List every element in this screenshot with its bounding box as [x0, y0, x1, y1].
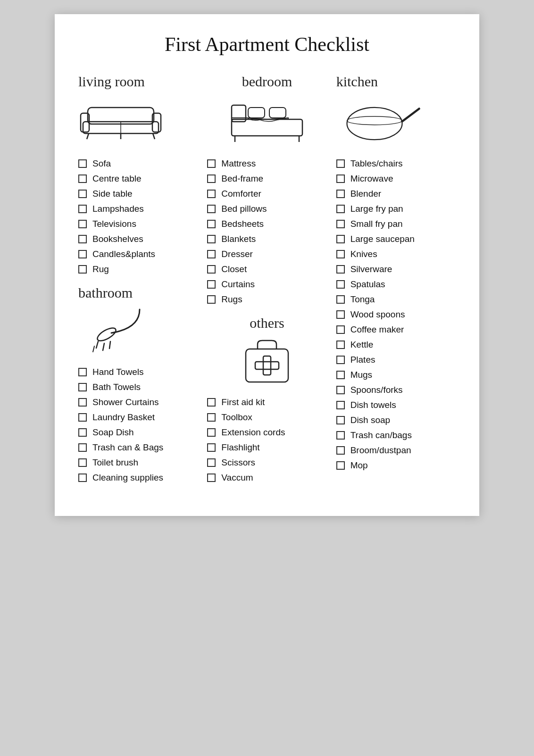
- list-item[interactable]: Bed-frame: [207, 174, 326, 184]
- checkbox[interactable]: [336, 401, 345, 409]
- list-item[interactable]: Comforter: [207, 189, 326, 199]
- checkbox[interactable]: [336, 205, 345, 213]
- list-item[interactable]: Mugs: [336, 370, 456, 380]
- list-item[interactable]: Bath Towels: [78, 382, 198, 392]
- list-item[interactable]: Curtains: [207, 279, 326, 290]
- list-item[interactable]: Knives: [336, 249, 456, 259]
- checkbox[interactable]: [207, 295, 216, 304]
- list-item[interactable]: Bedsheets: [207, 219, 326, 229]
- checkbox[interactable]: [78, 174, 87, 183]
- list-item[interactable]: Shower Curtains: [78, 397, 198, 407]
- checkbox[interactable]: [78, 265, 87, 274]
- list-item[interactable]: Microwave: [336, 174, 456, 184]
- checkbox[interactable]: [207, 159, 216, 168]
- checkbox[interactable]: [336, 431, 345, 440]
- list-item[interactable]: Closet: [207, 264, 326, 274]
- checkbox[interactable]: [336, 250, 345, 258]
- checkbox[interactable]: [78, 250, 87, 258]
- list-item[interactable]: Flashlight: [207, 442, 326, 453]
- checkbox[interactable]: [207, 398, 216, 407]
- checkbox[interactable]: [336, 310, 345, 319]
- checkbox[interactable]: [336, 341, 345, 349]
- checkbox[interactable]: [207, 428, 216, 437]
- list-item[interactable]: Laundry Basket: [78, 412, 198, 423]
- checkbox[interactable]: [336, 461, 345, 470]
- checkbox[interactable]: [207, 474, 216, 482]
- checkbox[interactable]: [336, 386, 345, 394]
- list-item[interactable]: Blender: [336, 189, 456, 199]
- checkbox[interactable]: [78, 368, 87, 376]
- list-item[interactable]: Tonga: [336, 294, 456, 305]
- checkbox[interactable]: [336, 220, 345, 228]
- checkbox[interactable]: [78, 190, 87, 198]
- list-item[interactable]: Silverware: [336, 264, 456, 274]
- checkbox[interactable]: [207, 220, 216, 228]
- list-item[interactable]: Plates: [336, 355, 456, 365]
- checkbox[interactable]: [207, 265, 216, 274]
- checkbox[interactable]: [336, 295, 345, 304]
- checkbox[interactable]: [78, 205, 87, 213]
- list-item[interactable]: First aid kit: [207, 397, 326, 407]
- list-item[interactable]: Side table: [78, 189, 198, 199]
- list-item[interactable]: Dresser: [207, 249, 326, 259]
- checkbox[interactable]: [336, 416, 345, 424]
- checkbox[interactable]: [336, 190, 345, 198]
- list-item[interactable]: Toolbox: [207, 412, 326, 423]
- checkbox[interactable]: [78, 474, 87, 482]
- list-item[interactable]: Cleaning supplies: [78, 473, 198, 483]
- checkbox[interactable]: [207, 443, 216, 452]
- checkbox[interactable]: [336, 371, 345, 379]
- list-item[interactable]: Rug: [78, 264, 198, 274]
- list-item[interactable]: Large fry pan: [336, 204, 456, 214]
- checkbox[interactable]: [78, 383, 87, 391]
- checkbox[interactable]: [207, 458, 216, 467]
- checkbox[interactable]: [336, 174, 345, 183]
- checkbox[interactable]: [207, 280, 216, 289]
- list-item[interactable]: Bed pillows: [207, 204, 326, 214]
- checkbox[interactable]: [78, 413, 87, 422]
- list-item[interactable]: Trash can/bags: [336, 430, 456, 440]
- list-item[interactable]: Vaccum: [207, 473, 326, 483]
- list-item[interactable]: Hand Towels: [78, 367, 198, 377]
- checkbox[interactable]: [207, 205, 216, 213]
- checkbox[interactable]: [336, 446, 345, 455]
- checkbox[interactable]: [336, 325, 345, 334]
- checkbox[interactable]: [78, 398, 87, 407]
- checkbox[interactable]: [207, 413, 216, 422]
- list-item[interactable]: Rugs: [207, 294, 326, 305]
- list-item[interactable]: Dish soap: [336, 415, 456, 425]
- list-item[interactable]: Sofa: [78, 158, 198, 169]
- checkbox[interactable]: [207, 190, 216, 198]
- checkbox[interactable]: [207, 250, 216, 258]
- list-item[interactable]: Extension cords: [207, 427, 326, 438]
- list-item[interactable]: Large saucepan: [336, 234, 456, 244]
- list-item[interactable]: Dish towels: [336, 400, 456, 410]
- checkbox[interactable]: [336, 280, 345, 289]
- checkbox[interactable]: [78, 220, 87, 228]
- list-item[interactable]: Televisions: [78, 219, 198, 229]
- list-item[interactable]: Kettle: [336, 340, 456, 350]
- checkbox[interactable]: [207, 235, 216, 243]
- checkbox[interactable]: [336, 356, 345, 364]
- checkbox[interactable]: [78, 443, 87, 452]
- list-item[interactable]: Broom/dustpan: [336, 445, 456, 456]
- list-item[interactable]: Wood spoons: [336, 309, 456, 320]
- list-item[interactable]: Bookshelves: [78, 234, 198, 244]
- checkbox[interactable]: [78, 458, 87, 467]
- list-item[interactable]: Mattress: [207, 158, 326, 169]
- checkbox[interactable]: [336, 159, 345, 168]
- list-item[interactable]: Centre table: [78, 174, 198, 184]
- checkbox[interactable]: [78, 235, 87, 243]
- list-item[interactable]: Toilet brush: [78, 457, 198, 468]
- list-item[interactable]: Tables/chairs: [336, 158, 456, 169]
- list-item[interactable]: Spatulas: [336, 279, 456, 290]
- checkbox[interactable]: [336, 265, 345, 274]
- list-item[interactable]: Candles&plants: [78, 249, 198, 259]
- list-item[interactable]: Soap Dish: [78, 427, 198, 438]
- checkbox[interactable]: [336, 235, 345, 243]
- checkbox[interactable]: [78, 428, 87, 437]
- list-item[interactable]: Small fry pan: [336, 219, 456, 229]
- checkbox[interactable]: [78, 159, 87, 168]
- list-item[interactable]: Trash can & Bags: [78, 442, 198, 453]
- list-item[interactable]: Lampshades: [78, 204, 198, 214]
